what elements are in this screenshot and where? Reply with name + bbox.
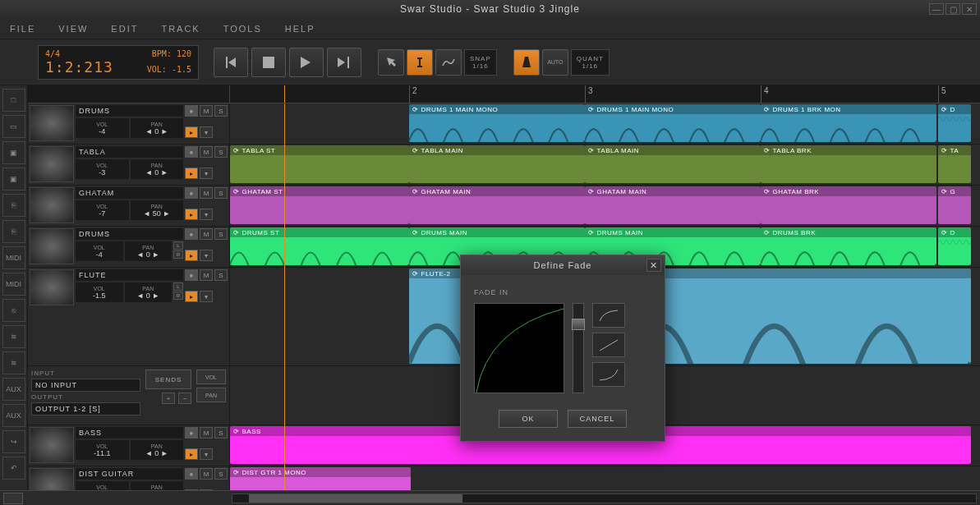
timeline-ruler[interactable]: 2345 bbox=[28, 85, 980, 103]
playhead[interactable] bbox=[284, 85, 285, 103]
side-tool-6[interactable]: MIDI bbox=[2, 246, 25, 269]
clip[interactable]: ⟳ TABLA BRK bbox=[761, 145, 936, 183]
record-arm[interactable]: ● bbox=[185, 187, 198, 199]
track-lane[interactable]: ⟳ GHATAM ST⟳ GHATAM MAIN⟳ GHATAM MAIN⟳ G… bbox=[230, 186, 980, 226]
track-play[interactable]: ▸ bbox=[185, 168, 198, 179]
mute-button[interactable]: M bbox=[200, 146, 213, 158]
track-header[interactable]: BASS VOL-11.1 PAN◄ 0 ► ● M S ▸ ▾ bbox=[28, 425, 230, 466]
track-vol[interactable]: VOL-4 bbox=[76, 118, 129, 138]
record-arm[interactable]: ● bbox=[185, 146, 198, 158]
solo-button[interactable]: S bbox=[214, 468, 228, 480]
clip[interactable]: ⟳ D bbox=[938, 227, 971, 265]
clip[interactable]: ⟳ TABLA ST bbox=[230, 145, 409, 183]
mute-button[interactable]: M bbox=[200, 427, 213, 438]
solo-button[interactable]: S bbox=[214, 146, 228, 158]
side-tool-7[interactable]: MIDI bbox=[2, 273, 25, 296]
track-name[interactable]: BASS bbox=[76, 427, 183, 438]
quant-display[interactable]: QUANT 1/16 bbox=[571, 49, 610, 76]
menu-tools[interactable]: TOOLS bbox=[223, 24, 262, 34]
track-menu[interactable]: ▾ bbox=[200, 291, 213, 302]
track-name[interactable]: FLUTE bbox=[76, 269, 183, 281]
track-vol[interactable]: VOL-11.1 bbox=[76, 440, 129, 460]
track-l[interactable]: L bbox=[173, 282, 183, 291]
ibeam-tool[interactable] bbox=[407, 49, 433, 76]
side-tool-4[interactable]: ⎘ bbox=[2, 194, 25, 217]
play-button[interactable] bbox=[289, 48, 324, 77]
rewind-button[interactable] bbox=[214, 48, 248, 77]
track-header[interactable]: DRUMS VOL-4 PAN◄ 0 ► ● M S ▸ ▾ bbox=[28, 103, 230, 144]
track-lane[interactable]: ⟳ DRUMS 1 MAIN MONO⟳ DRUMS 1 MAIN MONO⟳ … bbox=[230, 103, 980, 144]
clip[interactable]: ⟳ GHATAM ST bbox=[230, 186, 409, 224]
menu-track[interactable]: TRACK bbox=[161, 24, 200, 34]
track-menu[interactable]: ▾ bbox=[200, 250, 213, 261]
clip[interactable]: ⟳ GHATAM BRK bbox=[761, 186, 936, 224]
curve-linear-button[interactable] bbox=[592, 333, 625, 357]
track-name[interactable]: GHATAM bbox=[76, 187, 183, 199]
input-field[interactable]: NO INPUT bbox=[31, 379, 140, 392]
track-name[interactable]: DRUMS bbox=[76, 105, 183, 117]
mute-button[interactable]: M bbox=[200, 228, 213, 240]
dialog-close-button[interactable]: ✕ bbox=[646, 259, 661, 272]
side-tool-1[interactable]: ▭ bbox=[2, 115, 25, 138]
track-pan[interactable]: PAN◄ 0 ► bbox=[131, 440, 184, 460]
record-arm[interactable]: ● bbox=[185, 228, 198, 240]
menu-file[interactable]: FILE bbox=[10, 24, 35, 34]
maximize-button[interactable]: ▢ bbox=[945, 3, 960, 15]
side-tool-10[interactable]: ≋ bbox=[2, 351, 25, 374]
fade-slider[interactable] bbox=[573, 303, 584, 393]
record-arm[interactable]: ● bbox=[185, 468, 198, 480]
track-pan[interactable]: PAN◄ 0 ► bbox=[125, 241, 173, 261]
clip[interactable]: ⟳ GHATAM MAIN bbox=[585, 186, 761, 224]
clip[interactable]: ⟳ DRUMS 1 BRK MON bbox=[761, 104, 936, 142]
clip[interactable]: ⟳ DRUMS 1 MAIN MONO bbox=[585, 104, 761, 142]
solo-button[interactable]: S bbox=[214, 427, 228, 438]
track-play[interactable]: ▸ bbox=[185, 448, 198, 460]
clip[interactable]: ⟳ DIST GTR 1 MONO bbox=[230, 467, 411, 490]
track-play[interactable]: ▸ bbox=[185, 126, 198, 138]
draw-tool[interactable] bbox=[435, 49, 462, 76]
pointer-tool[interactable] bbox=[378, 49, 404, 76]
snap-display[interactable]: SNAP 1/16 bbox=[464, 49, 497, 76]
track-vol[interactable]: VOL-3 bbox=[76, 159, 129, 179]
track-header[interactable]: TABLA VOL-3 PAN◄ 0 ► ● M S ▸ ▾ bbox=[28, 145, 230, 185]
solo-button[interactable]: S bbox=[214, 187, 228, 199]
side-tool-3[interactable]: ▣ bbox=[2, 168, 25, 191]
track-header[interactable]: FLUTE VOL-1.5 PAN◄ 0 ► LR ● M S ▸ ▾ bbox=[28, 268, 230, 365]
sends-button[interactable]: SENDS bbox=[145, 370, 191, 389]
track-vol[interactable]: VOL-4 bbox=[76, 481, 129, 490]
track-pan[interactable]: PAN◄ 0 ► bbox=[131, 118, 184, 138]
record-arm[interactable]: ● bbox=[185, 105, 198, 117]
clip[interactable]: ⟳ DRUMS 1 MAIN MONO bbox=[409, 104, 585, 142]
menu-view[interactable]: VIEW bbox=[58, 24, 88, 34]
track-vol[interactable]: VOL-4 bbox=[76, 241, 123, 261]
output-field[interactable]: OUTPUT 1-2 [S] bbox=[31, 402, 140, 415]
track-pan[interactable]: PAN◄ 0 ► bbox=[131, 481, 184, 490]
track-menu[interactable]: ▾ bbox=[200, 448, 213, 460]
track-r[interactable]: R bbox=[173, 250, 183, 259]
add-button[interactable]: + bbox=[162, 393, 175, 404]
track-header[interactable]: DIST GUITAR VOL-4 PAN◄ 0 ► ● M S ▸ ▾ bbox=[28, 466, 230, 490]
clip[interactable]: ⟳ TABLA MAIN bbox=[585, 145, 761, 183]
side-tool-13[interactable]: ↪ bbox=[2, 430, 25, 453]
position[interactable]: 1:2:213 bbox=[45, 58, 113, 76]
fade-graph[interactable] bbox=[474, 303, 564, 393]
track-play[interactable]: ▸ bbox=[185, 250, 198, 261]
mute-button[interactable]: M bbox=[200, 105, 213, 117]
track-r[interactable]: R bbox=[173, 292, 183, 300]
pan-button[interactable]: PAN bbox=[196, 388, 226, 402]
track-menu[interactable]: ▾ bbox=[200, 168, 213, 179]
master-vol[interactable]: VOL: -1.5 bbox=[147, 65, 191, 74]
track-menu[interactable]: ▾ bbox=[200, 126, 213, 138]
track-play[interactable]: ▸ bbox=[185, 291, 198, 302]
track-lane[interactable]: ⟳ DIST GTR 1 MONO bbox=[230, 466, 980, 490]
side-tool-12[interactable]: AUX bbox=[2, 404, 25, 427]
solo-button[interactable]: S bbox=[214, 228, 228, 240]
track-menu[interactable]: ▾ bbox=[200, 209, 213, 220]
cancel-button[interactable]: CANCEL bbox=[568, 410, 627, 428]
remove-button[interactable]: − bbox=[178, 393, 191, 404]
track-header[interactable]: GHATAM VOL-7 PAN◄ 50 ► ● M S ▸ ▾ bbox=[28, 186, 230, 226]
ok-button[interactable]: OK bbox=[499, 410, 558, 428]
mute-button[interactable]: M bbox=[200, 187, 213, 199]
clip[interactable]: ⟳ G bbox=[938, 186, 971, 224]
track-header[interactable]: DRUMS VOL-4 PAN◄ 0 ► LR ● M S ▸ ▾ bbox=[28, 227, 230, 267]
